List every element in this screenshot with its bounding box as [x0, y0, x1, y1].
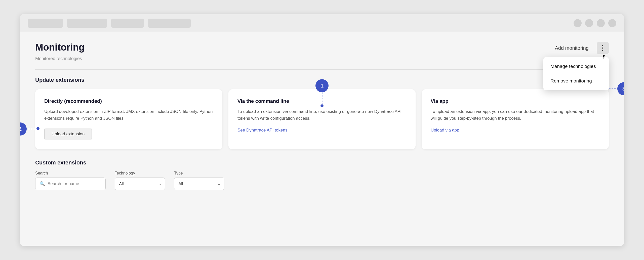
annotation-line-1 [322, 92, 323, 105]
filters-row: Search 🔍 Technology All ⌄ Type [35, 171, 609, 190]
page-title: Monitoring [35, 42, 85, 53]
dropdown-menu: Manage technologies Remove monitoring [543, 57, 609, 90]
type-label: Type [174, 171, 224, 176]
card-directly-text: Upload developed extension in ZIP format… [44, 108, 213, 122]
manage-technologies-item[interactable]: Manage technologies [543, 59, 609, 74]
search-label: Search [35, 171, 106, 176]
card-directly: Directly (recommended) Upload developed … [35, 89, 222, 149]
annotation-dot-2 [36, 127, 39, 130]
browser-tab-1[interactable] [28, 19, 63, 28]
api-tokens-link[interactable]: See Dynatrace API tokens [237, 128, 287, 133]
card-via-app-text: To upload an extension via app, you can … [431, 108, 600, 122]
add-monitoring-button[interactable]: Add monitoring [551, 44, 593, 53]
browser-toolbar [20, 14, 624, 32]
search-icon: 🔍 [39, 181, 45, 187]
upload-via-app-link[interactable]: Upload via app [431, 128, 459, 133]
browser-control-btn-1[interactable] [574, 19, 582, 27]
card-commandline-text: To upload an extension via command line,… [237, 108, 407, 122]
search-input-wrapper: 🔍 [35, 178, 106, 190]
page-content: 1 2 3 Monitoring Add monitoring ⋮ [20, 32, 624, 246]
technology-select-wrapper: All ⌄ [115, 178, 165, 190]
browser-tab-4[interactable] [148, 19, 191, 28]
custom-extensions-section-title: Custom extensions [35, 159, 609, 166]
browser-controls [574, 19, 616, 27]
more-options-button[interactable]: ⋮ [597, 42, 609, 54]
divider [35, 69, 609, 70]
page-subtitle: Monitored technologies [35, 56, 609, 61]
annotation-dot-1 [320, 104, 324, 107]
technology-select[interactable]: All [115, 178, 165, 190]
card-via-app-title: Via app [431, 98, 600, 104]
browser-control-btn-4[interactable] [608, 19, 616, 27]
type-select[interactable]: All [174, 178, 224, 190]
remove-monitoring-item[interactable]: Remove monitoring [543, 74, 609, 88]
browser-control-btn-3[interactable] [597, 19, 605, 27]
card-directly-title: Directly (recommended) [44, 98, 213, 104]
search-input[interactable] [48, 181, 101, 186]
page-title-group: Monitoring [35, 42, 85, 53]
browser-tab-3[interactable] [111, 19, 144, 28]
page-header: Monitoring Add monitoring ⋮ 🖈 Manage tec… [35, 42, 609, 54]
annotation-circle-2: 2 [20, 122, 27, 136]
header-actions: Add monitoring ⋮ 🖈 Manage technologies R… [551, 42, 609, 54]
type-filter-group: Type All ⌄ [174, 171, 224, 190]
card-via-app: Via app To upload an extension via app, … [422, 89, 609, 149]
more-icon: ⋮ [599, 44, 606, 52]
browser-window: 1 2 3 Monitoring Add monitoring ⋮ [20, 14, 624, 246]
technology-label: Technology [115, 171, 165, 176]
browser-control-btn-2[interactable] [585, 19, 593, 27]
type-select-wrapper: All ⌄ [174, 178, 224, 190]
annotation-circle-1: 1 [315, 79, 329, 92]
annotation-circle-3: 3 [617, 82, 624, 95]
upload-extension-button[interactable]: Upload extension [44, 128, 92, 140]
search-filter-group: Search 🔍 [35, 171, 106, 190]
browser-tab-2[interactable] [67, 19, 107, 28]
technology-filter-group: Technology All ⌄ [115, 171, 165, 190]
